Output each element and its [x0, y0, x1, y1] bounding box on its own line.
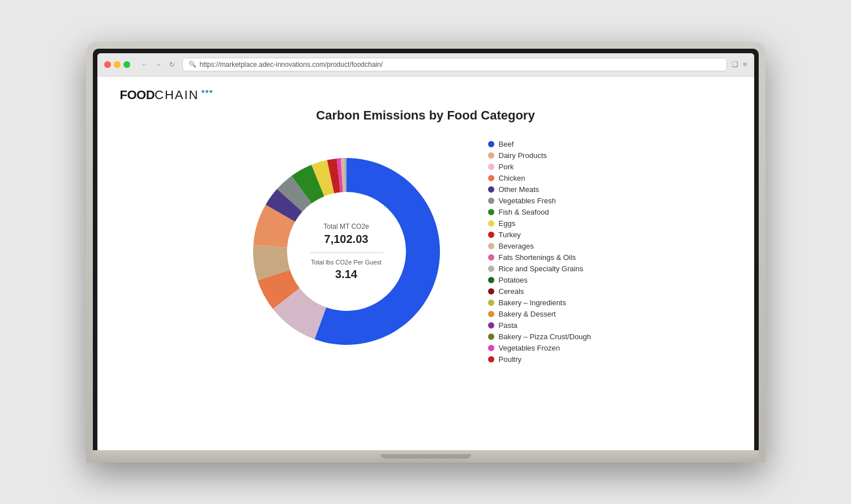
legend-dot [488, 277, 494, 283]
legend-label: Other Meats [499, 185, 540, 194]
logo-chain: CHAIN [155, 88, 199, 102]
legend-label: Cereals [499, 287, 524, 296]
legend-dot [488, 198, 494, 204]
chart-section: Total MT CO2e 7,102.03 Total lbs CO2e Pe… [120, 140, 732, 364]
legend-dot [488, 164, 494, 170]
screen-bezel: ← → ↻ 🔍 https://marketplace.adec-innovat… [93, 49, 759, 450]
total-lbs-label: Total lbs CO2e Per Guest [310, 259, 383, 266]
legend-dot [488, 311, 494, 317]
legend-item: Eggs [488, 219, 613, 228]
legend-item: Beverages [488, 242, 613, 250]
legend-dot [488, 141, 494, 147]
legend-dot [488, 334, 494, 340]
donut-chart: Total MT CO2e 7,102.03 Total lbs CO2e Pe… [239, 144, 454, 359]
legend-label: Eggs [499, 219, 516, 228]
search-icon: 🔍 [189, 61, 196, 68]
legend-label: Fish & Seafood [499, 208, 549, 216]
legend-dot [488, 220, 494, 227]
legend-item: Fats Shortenings & Oils [488, 253, 613, 262]
legend-item: Turkey [488, 230, 613, 239]
page-content: FOOD CHAIN Carbon Emissions by Food Cate… [97, 76, 754, 450]
legend-dot [488, 345, 494, 351]
laptop-notch [380, 454, 471, 459]
legend-label: Poultry [499, 355, 521, 364]
legend-label: Rice and Specialty Grains [499, 264, 584, 273]
address-bar[interactable]: 🔍 https://marketplace.adec-innovations.c… [182, 58, 727, 71]
legend-item: Potatoes [488, 276, 613, 284]
legend-dot [488, 300, 494, 306]
legend-dot [488, 322, 494, 328]
legend-label: Bakery & Dessert [499, 310, 556, 318]
legend-dot [488, 186, 494, 193]
logo-food: FOOD [120, 88, 155, 102]
legend-item: Rice and Specialty Grains [488, 264, 613, 273]
chart-title: Carbon Emissions by Food Category [120, 108, 732, 123]
legend-dot [488, 175, 494, 181]
logo: FOOD CHAIN [120, 88, 732, 102]
legend-dot [488, 243, 494, 249]
legend-dot [488, 152, 494, 159]
laptop-frame: ← → ↻ 🔍 https://marketplace.adec-innovat… [86, 42, 766, 463]
donut-center: Total MT CO2e 7,102.03 Total lbs CO2e Pe… [310, 223, 383, 281]
url-text: https://marketplace.adec-innovations.com… [200, 61, 383, 69]
expand-icon[interactable]: ❏ [732, 60, 738, 69]
back-button[interactable]: ← [139, 59, 151, 70]
legend-dot [488, 254, 494, 260]
legend-item: Poultry [488, 355, 613, 364]
legend-dot [488, 266, 494, 272]
legend-label: Beef [499, 140, 514, 148]
legend-label: Beverages [499, 242, 534, 250]
legend-item: Beef [488, 140, 613, 148]
total-mt-label: Total MT CO2e [310, 223, 383, 230]
legend-item: Cereals [488, 287, 613, 296]
legend-label: Pasta [499, 321, 518, 330]
browser-window: ← → ↻ 🔍 https://marketplace.adec-innovat… [97, 53, 754, 450]
legend-item: Dairy Products [488, 151, 613, 160]
browser-chrome: ← → ↻ 🔍 https://marketplace.adec-innovat… [97, 53, 754, 76]
legend-label: Potatoes [499, 276, 528, 284]
total-mt-value: 7,102.03 [310, 233, 383, 246]
logo-dot-3 [209, 90, 212, 93]
legend-label: Chicken [499, 174, 525, 182]
legend-label: Vegetables Frozen [499, 344, 560, 352]
legend-label: Pork [499, 163, 514, 171]
legend-item: Other Meats [488, 185, 613, 194]
legend-label: Bakery – Pizza Crust/Dough [499, 332, 591, 341]
legend-item: Pasta [488, 321, 613, 330]
legend-label: Turkey [499, 230, 521, 239]
legend: BeefDairy ProductsPorkChickenOther Meats… [488, 140, 613, 364]
laptop-base [93, 450, 759, 463]
legend-dot [488, 288, 494, 294]
logo-dot-2 [206, 90, 208, 93]
close-button[interactable] [104, 61, 111, 68]
legend-item: Pork [488, 163, 613, 171]
maximize-button[interactable] [123, 61, 130, 68]
legend-item: Bakery – Ingredients [488, 298, 613, 307]
legend-label: Vegetables Fresh [499, 197, 556, 205]
refresh-button[interactable]: ↻ [166, 59, 178, 70]
legend-item: Bakery – Pizza Crust/Dough [488, 332, 613, 341]
window-controls: ❏ ≡ [732, 60, 747, 69]
legend-item: Fish & Seafood [488, 208, 613, 216]
traffic-lights [104, 61, 130, 68]
logo-dot-1 [202, 90, 204, 93]
logo-area: FOOD CHAIN [120, 88, 732, 102]
legend-dot [488, 209, 494, 215]
legend-item: Chicken [488, 174, 613, 182]
menu-icon[interactable]: ≡ [743, 60, 747, 69]
donut-divider [310, 253, 383, 253]
total-lbs-value: 3.14 [310, 268, 383, 281]
nav-buttons: ← → ↻ [139, 59, 178, 70]
legend-dot [488, 356, 494, 362]
legend-label: Dairy Products [499, 151, 547, 160]
minimize-button[interactable] [114, 61, 121, 68]
logo-dots [202, 90, 212, 93]
forward-button[interactable]: → [153, 59, 164, 70]
legend-item: Vegetables Frozen [488, 344, 613, 352]
legend-dot [488, 232, 494, 238]
legend-label: Bakery – Ingredients [499, 298, 566, 307]
legend-item: Bakery & Dessert [488, 310, 613, 318]
legend-item: Vegetables Fresh [488, 197, 613, 205]
legend-label: Fats Shortenings & Oils [499, 253, 576, 262]
